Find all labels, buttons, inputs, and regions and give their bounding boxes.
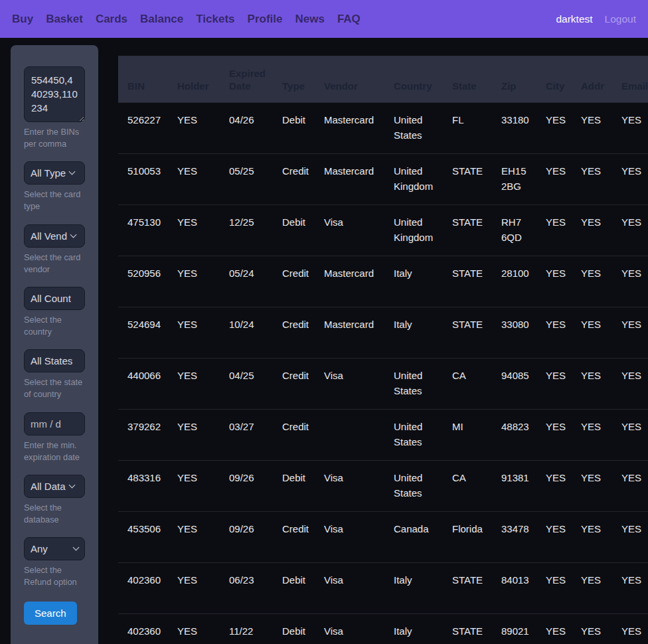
nav-item-cards[interactable]: Cards [96, 13, 127, 26]
nav-item-tickets[interactable]: Tickets [196, 13, 234, 26]
table-cell: STATE [443, 256, 492, 307]
vendor-select[interactable]: All Vend [24, 224, 85, 248]
column-header-expired-date: Expired Date [220, 56, 273, 102]
table-cell: YES [536, 409, 572, 460]
table-row[interactable]: 526227YES04/26DebitMastercardUnited Stat… [118, 102, 648, 153]
cards-table: BINHolderExpired DateTypeVendorCountrySt… [118, 56, 648, 644]
search-button[interactable]: Search [24, 602, 77, 625]
card-type-select[interactable]: All Type [24, 161, 85, 185]
table-cell: Visa [315, 358, 384, 409]
nav-item-profile[interactable]: Profile [248, 13, 283, 26]
table-cell: YES [536, 307, 572, 358]
chevron-down-icon [68, 481, 75, 488]
table-cell: YES [572, 460, 612, 511]
table-cell: STATE [443, 613, 492, 644]
table-cell: EH15 2BG [492, 153, 536, 204]
state-input[interactable]: All States [24, 349, 85, 372]
table-cell: Italy [384, 256, 443, 307]
refund-select[interactable]: Any [24, 537, 85, 560]
nav-item-faq[interactable]: FAQ [337, 13, 361, 26]
country-help: Select the country [24, 314, 87, 338]
table-cell: Italy [384, 613, 443, 644]
table-cell: YES [612, 409, 648, 460]
min-expiration-help: Enter the min. expiration date [24, 440, 87, 463]
country-input[interactable]: All Count [24, 287, 85, 310]
table-row[interactable]: 402360YES11/22DebitVisaItalySTATE89021YE… [118, 613, 648, 644]
table-cell: Credit [273, 358, 315, 409]
table-cell: YES [612, 511, 648, 562]
column-header-addr: Addr [572, 56, 612, 102]
table-cell: YES [612, 153, 648, 204]
table-cell: YES [612, 256, 648, 307]
table-cell: Debit [273, 460, 315, 511]
table-cell: United Kingdom [384, 153, 443, 204]
nav-item-news[interactable]: News [295, 13, 324, 26]
table-row[interactable]: 520956YES05/24CreditMastercardItalySTATE… [118, 256, 648, 307]
table-cell: 06/23 [220, 562, 273, 613]
table-cell: Debit [273, 102, 315, 153]
table-cell: Debit [273, 613, 315, 644]
table-cell: YES [536, 460, 572, 511]
table-row[interactable]: 510053YES05/25CreditMastercardUnited Kin… [118, 153, 648, 204]
navbar-right: darktest Logout [556, 13, 636, 25]
table-cell: United States [384, 460, 443, 511]
table-row[interactable]: 379262YES03/27CreditUnited StatesMI48823… [118, 409, 648, 460]
table-cell: STATE [443, 562, 492, 613]
table-cell: Visa [315, 511, 384, 562]
table-cell: YES [536, 511, 572, 562]
table-cell: YES [612, 613, 648, 644]
table-cell: 379262 [118, 409, 168, 460]
table-cell: Credit [273, 256, 315, 307]
table-cell: YES [168, 102, 220, 153]
table-cell: 475130 [118, 204, 168, 256]
table-cell: 11/22 [220, 613, 273, 644]
table-row[interactable]: 440066YES04/25CreditVisaUnited StatesCA9… [118, 358, 648, 409]
table-cell: YES [612, 204, 648, 256]
table-cell: United States [384, 358, 443, 409]
table-cell: 526227 [118, 102, 168, 153]
table-cell: YES [572, 307, 612, 358]
column-header-city: City [536, 56, 572, 102]
table-cell: 94085 [492, 358, 536, 409]
nav-item-basket[interactable]: Basket [46, 13, 83, 26]
table-cell: 510053 [118, 153, 168, 204]
table-cell: Mastercard [315, 256, 384, 307]
column-header-type: Type [273, 56, 315, 102]
table-row[interactable]: 475130YES12/25DebitVisaUnited KingdomSTA… [118, 204, 648, 256]
nav-item-buy[interactable]: Buy [12, 13, 33, 26]
table-cell: YES [168, 307, 220, 358]
table-cell: Florida [443, 511, 492, 562]
table-cell: YES [572, 409, 612, 460]
table-cell: YES [536, 102, 572, 153]
table-cell: YES [612, 307, 648, 358]
nav-item-balance[interactable]: Balance [140, 13, 183, 26]
table-row[interactable]: 483316YES09/26DebitVisaUnited StatesCA91… [118, 460, 648, 511]
table-cell: 453506 [118, 511, 168, 562]
table-cell: YES [572, 153, 612, 204]
table-cell: RH7 6QD [492, 204, 536, 256]
min-expiration-date-input[interactable]: mm / d [24, 412, 85, 436]
table-cell: YES [168, 511, 220, 562]
table-cell: Mastercard [315, 307, 384, 358]
table-cell: YES [572, 358, 612, 409]
min-expiration-value: mm / d [31, 418, 61, 430]
table-row[interactable]: 524694YES10/24CreditMastercardItalySTATE… [118, 307, 648, 358]
table-cell: 402360 [118, 562, 168, 613]
table-cell: 520956 [118, 256, 168, 307]
table-cell: Credit [273, 511, 315, 562]
table-row[interactable]: 402360YES06/23DebitVisaItalySTATE84013YE… [118, 562, 648, 613]
bins-input[interactable]: 554450,440293,110234 [24, 66, 85, 122]
table-cell: STATE [443, 307, 492, 358]
database-select[interactable]: All Data [24, 475, 85, 498]
table-cell: United Kingdom [384, 204, 443, 256]
table-cell: United States [384, 409, 443, 460]
refund-help: Select the Refund option [24, 564, 87, 588]
table-cell: Visa [315, 460, 384, 511]
column-header-country: Country [384, 56, 443, 102]
logout-link[interactable]: Logout [605, 13, 636, 25]
table-cell: YES [168, 204, 220, 256]
table-row[interactable]: 453506YES09/26CreditVisaCanadaFlorida334… [118, 511, 648, 562]
table-cell [315, 409, 384, 460]
table-cell: 04/25 [220, 358, 273, 409]
table-cell: YES [536, 153, 572, 204]
